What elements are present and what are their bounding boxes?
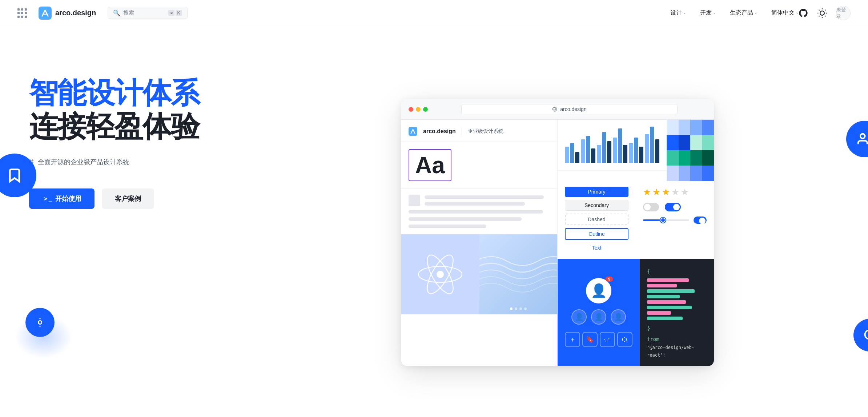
- skeleton-line: [409, 225, 486, 228]
- svg-point-10: [38, 321, 41, 324]
- code-import-block: from '@arco-design/web-react';: [647, 335, 707, 359]
- skeleton-square: [409, 195, 420, 206]
- bar: [565, 147, 569, 163]
- brand-divider: [462, 128, 462, 135]
- atom-icon: [415, 249, 466, 300]
- svg-point-14: [865, 330, 868, 339]
- cases-button[interactable]: 客户案例: [102, 188, 154, 209]
- nav-dev[interactable]: 开发 ▾: [700, 9, 715, 17]
- bar: [623, 145, 627, 163]
- skeleton-line: [409, 217, 522, 221]
- toggle-on[interactable]: [665, 203, 681, 211]
- icon-cube[interactable]: ⬡: [617, 332, 632, 347]
- search-icon: 🔍: [113, 9, 120, 16]
- icon-add[interactable]: ＋: [565, 332, 580, 347]
- bar-group-5: [629, 138, 643, 163]
- svg-line-4: [819, 9, 820, 10]
- nav-ecosystem[interactable]: 生态产品 ▾: [730, 9, 757, 17]
- bar: [618, 128, 622, 163]
- bar: [650, 127, 654, 163]
- bar: [613, 138, 617, 163]
- demo-secondary-button[interactable]: Secondary: [565, 200, 628, 211]
- demo-text-button[interactable]: Text: [565, 243, 628, 253]
- avatar-small-1: 👤: [571, 309, 587, 325]
- search-shortcut: ⌘ K: [168, 10, 182, 16]
- shortcut-cmd: ⌘: [168, 10, 174, 16]
- slider-fill: [643, 219, 662, 221]
- card-body: arco.design 企业级设计系统 Aa: [401, 120, 714, 366]
- star-3: ★: [662, 187, 670, 198]
- star-2: ★: [652, 187, 660, 198]
- nav-design[interactable]: 设计 ▾: [670, 9, 686, 17]
- brand-logo: [409, 127, 417, 136]
- icon-grid: ＋ 🔖 ✓ ⬡: [565, 332, 632, 347]
- avatar-small-2: 👤: [591, 309, 606, 325]
- user-icon: 👤: [614, 313, 623, 321]
- svg-line-5: [825, 16, 825, 16]
- star-rating: ★ ★ ★ ★ ★: [643, 187, 707, 198]
- demo-primary-button[interactable]: Primary: [565, 187, 628, 197]
- tl-close: [409, 107, 413, 112]
- svg-line-8: [819, 16, 820, 16]
- icon-check[interactable]: ✓: [600, 332, 615, 347]
- github-icon[interactable]: [798, 8, 808, 18]
- chart-panel: [558, 120, 667, 171]
- brand-name: arco.design: [423, 128, 456, 135]
- logo[interactable]: arco.design: [39, 7, 96, 20]
- dot: [519, 307, 522, 310]
- login-button[interactable]: 未登录: [836, 6, 851, 20]
- hero-description: # 全面开源的企业级产品设计系统: [29, 157, 230, 167]
- bar: [607, 141, 611, 163]
- typography-preview: Aa: [409, 149, 451, 181]
- avatar-row-small: 👤 👤 👤: [571, 309, 626, 325]
- theme-icon[interactable]: [817, 8, 827, 18]
- start-icon: ＞_: [42, 194, 52, 203]
- wave-panel: [479, 234, 558, 314]
- toggle-off[interactable]: [643, 203, 659, 211]
- toggle-mini[interactable]: [694, 217, 707, 224]
- avatar-small-3: 👤: [611, 309, 626, 325]
- color-swatch: [702, 150, 714, 166]
- float-circle-small: [25, 308, 55, 337]
- code-line: [647, 300, 686, 304]
- color-swatch: [690, 120, 702, 135]
- logo-text: arco.design: [55, 9, 96, 17]
- bar: [586, 136, 590, 163]
- nav-lang[interactable]: 简体中文 ▾: [771, 9, 798, 17]
- color-swatch: [690, 150, 702, 166]
- grid-menu-icon[interactable]: [17, 8, 27, 18]
- tl-minimize: [416, 107, 421, 112]
- star-1: ★: [643, 187, 651, 198]
- card-right-middle: Primary Secondary Dashed Outline Text ★ …: [558, 181, 714, 259]
- skeleton-panel: [401, 189, 557, 234]
- bar-group-1: [565, 143, 579, 163]
- dots-row: [479, 307, 558, 310]
- controls-panel: ★ ★ ★ ★ ★: [636, 181, 714, 259]
- color-swatch: [667, 135, 679, 150]
- demo-dashed-button[interactable]: Dashed: [565, 214, 628, 225]
- star-4: ★: [671, 187, 679, 198]
- search-bar[interactable]: 🔍 搜索 ⌘ K: [108, 7, 188, 19]
- code-import-string: '@arco-design/web-react';: [647, 344, 707, 359]
- bar: [634, 138, 638, 163]
- color-swatch: [702, 135, 714, 150]
- avatar-panel: 👤 9 👤 👤 👤: [558, 259, 640, 366]
- svg-point-1: [820, 11, 824, 15]
- url-bar: arco.design: [461, 104, 678, 114]
- icon-bookmark[interactable]: 🔖: [582, 332, 598, 347]
- code-from: from: [647, 335, 707, 344]
- code-line: [647, 317, 683, 320]
- slider-track[interactable]: [643, 219, 689, 221]
- shortcut-key: K: [176, 10, 182, 16]
- bar-group-4: [613, 128, 627, 163]
- slider-thumb: [660, 218, 666, 223]
- demo-outline-button[interactable]: Outline: [565, 228, 628, 240]
- svg-rect-18: [409, 127, 417, 136]
- start-button[interactable]: ＞_ 开始使用: [29, 188, 95, 209]
- user-icon: 👤: [575, 313, 584, 321]
- logo-icon: [39, 7, 52, 20]
- bar: [570, 143, 574, 163]
- hero-right: arco.design: [247, 26, 868, 417]
- code-line: [647, 311, 671, 315]
- skeleton-line: [409, 210, 543, 214]
